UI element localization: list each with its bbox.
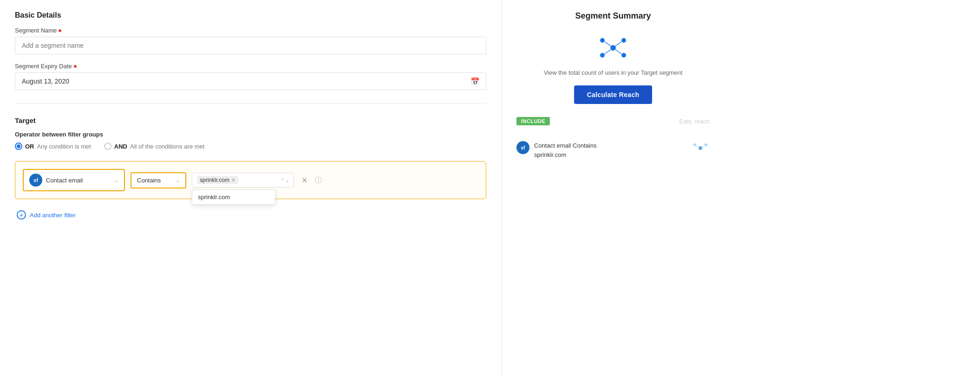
- loading-network-icon: [691, 141, 710, 155]
- segment-name-label: Segment Name: [15, 27, 486, 34]
- filter-field-select[interactable]: sf Contact email ⌄: [23, 169, 125, 191]
- and-radio-button[interactable]: [104, 143, 111, 150]
- filter-operator-value: Contains: [137, 177, 161, 184]
- calendar-icon: 📅: [470, 77, 480, 86]
- svg-point-0: [610, 45, 616, 51]
- operator-label: Operator between filter groups: [15, 131, 486, 138]
- network-icon-container: [516, 34, 710, 62]
- summary-row: sf Contact email Contains sprinklr.com: [516, 137, 710, 159]
- add-filter-plus-icon: +: [17, 210, 26, 220]
- svg-point-9: [699, 146, 702, 150]
- required-indicator: [59, 29, 61, 32]
- filter-clear-icon[interactable]: ✕: [300, 176, 309, 185]
- add-filter-label: Add another filter: [30, 212, 76, 219]
- field-chevron-icon: ⌄: [114, 177, 118, 183]
- value-chevrons: ⌃ ⌄: [281, 178, 289, 183]
- filter-value-container[interactable]: sprinklr.com ✕ ⌃ ⌄: [192, 173, 294, 188]
- estd-reach-label: Estd. reach: [679, 118, 710, 125]
- and-radio-key: AND: [114, 143, 127, 150]
- required-indicator-2: [74, 65, 77, 68]
- section-divider: [15, 103, 486, 104]
- include-badge: INCLUDE: [516, 117, 550, 125]
- and-radio-option[interactable]: AND All of the conditions are met: [104, 143, 205, 150]
- calculate-reach-button[interactable]: Calculate Reach: [574, 85, 653, 104]
- svg-point-3: [600, 53, 605, 58]
- target-section: Target Operator between filter groups OR…: [15, 117, 486, 223]
- filter-value-wrapper: sprinklr.com ✕ ⌃ ⌄ sprinklr.com: [192, 173, 294, 188]
- svg-line-7: [605, 50, 611, 54]
- right-panel: Segment Summary View the total count of …: [502, 0, 725, 376]
- svg-line-13: [702, 146, 705, 147]
- segment-expiry-label: Segment Expiry Date: [15, 63, 486, 70]
- filter-row: sf Contact email ⌄ Contains ⌄ sprinklr.c: [23, 169, 478, 191]
- or-radio-option[interactable]: OR Any condition is met: [15, 143, 91, 150]
- summary-value: sprinklr.com: [534, 151, 566, 158]
- sf-avatar: sf: [29, 174, 42, 187]
- svg-line-6: [615, 42, 621, 46]
- basic-details-title: Basic Details: [15, 11, 486, 19]
- filter-tag-value: sprinklr.com: [200, 177, 229, 183]
- summary-sf-avatar: sf: [516, 141, 529, 154]
- or-radio-button[interactable]: [15, 143, 22, 150]
- summary-text: Contact email Contains sprinklr.com: [534, 141, 596, 159]
- or-radio-key: OR: [25, 143, 34, 150]
- main-panel: Basic Details Segment Name Segment Expir…: [0, 0, 502, 376]
- segment-name-input[interactable]: [15, 37, 486, 54]
- and-radio-desc: All of the conditions are met: [130, 143, 204, 150]
- reach-description: View the total count of users in your Ta…: [516, 69, 710, 76]
- svg-line-8: [615, 50, 621, 54]
- svg-point-4: [621, 53, 626, 58]
- svg-line-5: [605, 42, 611, 46]
- add-filter-button[interactable]: + Add another filter: [15, 207, 486, 223]
- tag-remove-icon[interactable]: ✕: [231, 177, 235, 183]
- date-input-wrapper: 📅: [15, 72, 486, 90]
- filter-operator-select[interactable]: Contains ⌄: [131, 172, 186, 188]
- summary-field: Contact email Contains: [534, 142, 596, 149]
- operator-radio-group: OR Any condition is met AND All of the c…: [15, 143, 486, 150]
- target-title: Target: [15, 117, 486, 124]
- segment-expiry-input[interactable]: [15, 72, 486, 90]
- value-dropdown-suggestion[interactable]: sprinklr.com: [192, 189, 275, 205]
- basic-details-section: Basic Details Segment Name Segment Expir…: [15, 11, 486, 90]
- segment-summary-title: Segment Summary: [516, 11, 710, 21]
- filter-info-icon[interactable]: ⓘ: [315, 176, 322, 185]
- operator-chevron-icon: ⌄: [176, 177, 180, 183]
- filter-field-name: Contact email: [46, 177, 111, 184]
- svg-point-1: [600, 38, 605, 43]
- or-radio-desc: Any condition is met: [37, 143, 91, 150]
- network-icon: [597, 34, 629, 62]
- filter-group: sf Contact email ⌄ Contains ⌄ sprinklr.c: [15, 161, 486, 199]
- filter-tag: sprinklr.com ✕: [197, 176, 238, 184]
- svg-point-2: [621, 38, 626, 43]
- summary-loading-indicator: [691, 141, 710, 155]
- svg-point-11: [705, 143, 707, 146]
- suggestion-text: sprinklr.com: [198, 194, 230, 201]
- svg-point-10: [693, 143, 696, 146]
- svg-line-12: [696, 146, 699, 147]
